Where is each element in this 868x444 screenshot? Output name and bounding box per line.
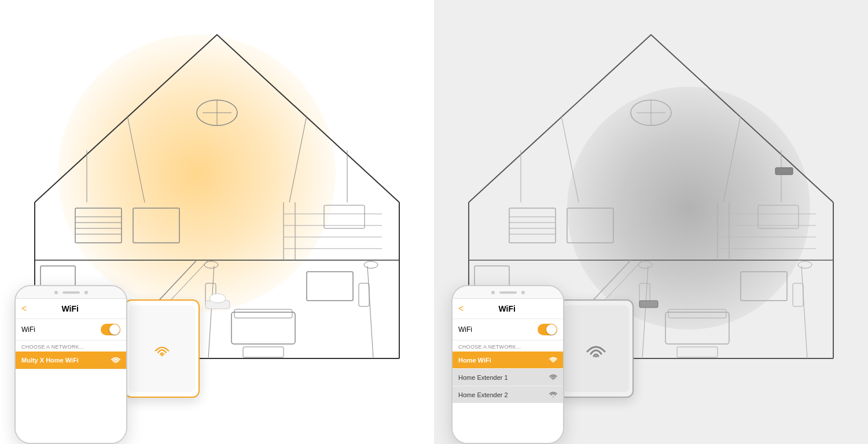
svg-line-50: [723, 116, 741, 202]
wifi-toggle-row-left: WiFi: [16, 319, 126, 341]
svg-line-31: [367, 266, 373, 358]
svg-rect-25: [234, 309, 292, 318]
svg-point-87: [553, 362, 554, 363]
svg-rect-12: [133, 208, 179, 243]
phone-camera-right: [491, 291, 495, 294]
svg-point-88: [553, 379, 554, 380]
back-arrow-right[interactable]: <: [458, 304, 464, 314]
wifi-signal-icon-ext1: [549, 373, 557, 381]
svg-rect-71: [741, 272, 787, 301]
toggle-knob-right: [546, 324, 557, 335]
tablet-screen-left: [129, 305, 194, 391]
left-panel: < WiFi WiFi CHOOSE A NETWORK... Multy X …: [0, 0, 434, 444]
phone-mockup-left: < WiFi WiFi CHOOSE A NETWORK... Multy X …: [14, 285, 127, 444]
phone-screen-left: < WiFi WiFi CHOOSE A NETWORK... Multy X …: [16, 299, 126, 443]
svg-line-30: [208, 266, 214, 358]
wifi-header-right: < WiFi: [453, 299, 563, 319]
svg-line-75: [801, 266, 807, 358]
svg-line-5: [127, 116, 145, 202]
wifi-toggle-row-right: WiFi: [453, 319, 563, 341]
network-name-home-wifi: Home WiFi: [458, 357, 549, 364]
tablet-screen-right: [563, 305, 628, 391]
svg-rect-68: [665, 312, 729, 344]
phone-camera-left: [54, 291, 58, 294]
svg-point-89: [553, 397, 554, 398]
svg-rect-11: [75, 208, 122, 243]
network-name-extender1: Home Extender 1: [458, 374, 549, 381]
wifi-header-left: < WiFi: [16, 299, 126, 319]
back-arrow-left[interactable]: <: [21, 304, 27, 314]
svg-rect-85: [639, 301, 658, 308]
wifi-symbol-tablet-right: [584, 340, 608, 357]
wifi-toggle-left[interactable]: [101, 324, 120, 335]
svg-point-86: [594, 356, 597, 357]
svg-rect-27: [307, 272, 353, 301]
svg-point-41: [209, 294, 226, 303]
svg-rect-56: [567, 208, 613, 243]
svg-line-74: [642, 266, 648, 358]
wifi-label-left: WiFi: [21, 325, 101, 334]
wifi-signal-icon-active: [111, 356, 120, 364]
wifi-toggle-right[interactable]: [538, 324, 557, 335]
svg-rect-69: [668, 309, 726, 318]
toggle-knob-left: [109, 324, 120, 335]
network-item-multy-x[interactable]: Multy X Home WiFi: [16, 352, 126, 369]
wifi-symbol-tablet-left: [153, 340, 171, 357]
svg-point-42: [161, 354, 163, 356]
svg-point-77: [798, 261, 812, 268]
network-item-extender2[interactable]: Home Extender 2: [453, 386, 563, 403]
svg-point-43: [115, 362, 116, 363]
wifi-signal-icon-ext2: [549, 391, 557, 398]
choose-network-label-right: CHOOSE A NETWORK...: [453, 341, 563, 352]
svg-line-6: [289, 116, 307, 202]
phone-speaker-right: [499, 291, 517, 294]
network-item-extender1[interactable]: Home Extender 1: [453, 369, 563, 386]
wifi-title-left: WiFi: [31, 304, 109, 313]
svg-rect-70: [677, 347, 718, 357]
wifi-title-right: WiFi: [468, 304, 546, 313]
svg-rect-67: [758, 205, 799, 228]
phone-speaker-left: [62, 291, 80, 294]
svg-line-49: [561, 116, 579, 202]
svg-rect-55: [509, 208, 556, 243]
svg-point-33: [364, 261, 378, 268]
svg-rect-29: [359, 283, 369, 306]
phone-mockup-right: < WiFi WiFi CHOOSE A NETWORK... Home WiF…: [451, 285, 564, 444]
tablet-mockup-left: [124, 299, 200, 398]
network-name-extender2: Home Extender 2: [458, 391, 549, 398]
network-item-home-wifi[interactable]: Home WiFi: [453, 352, 563, 369]
svg-rect-84: [775, 168, 793, 175]
phone-camera2-right: [521, 291, 525, 294]
wifi-label-right: WiFi: [458, 325, 538, 334]
wifi-signal-icon-home: [549, 356, 557, 364]
right-panel: < WiFi WiFi CHOOSE A NETWORK... Home WiF…: [434, 0, 868, 444]
phone-screen-right: < WiFi WiFi CHOOSE A NETWORK... Home WiF…: [453, 299, 563, 443]
phone-camera2-left: [84, 291, 88, 294]
tablet-mockup-right: [558, 299, 634, 398]
svg-rect-26: [243, 347, 284, 357]
choose-network-label-left: CHOOSE A NETWORK...: [16, 341, 126, 352]
svg-rect-24: [231, 312, 295, 344]
phone-top-bar-left: [16, 286, 126, 299]
svg-rect-23: [324, 205, 365, 228]
svg-rect-73: [793, 283, 803, 306]
phone-top-bar-right: [453, 286, 563, 299]
network-name-multy-x: Multy X Home WiFi: [21, 357, 111, 364]
